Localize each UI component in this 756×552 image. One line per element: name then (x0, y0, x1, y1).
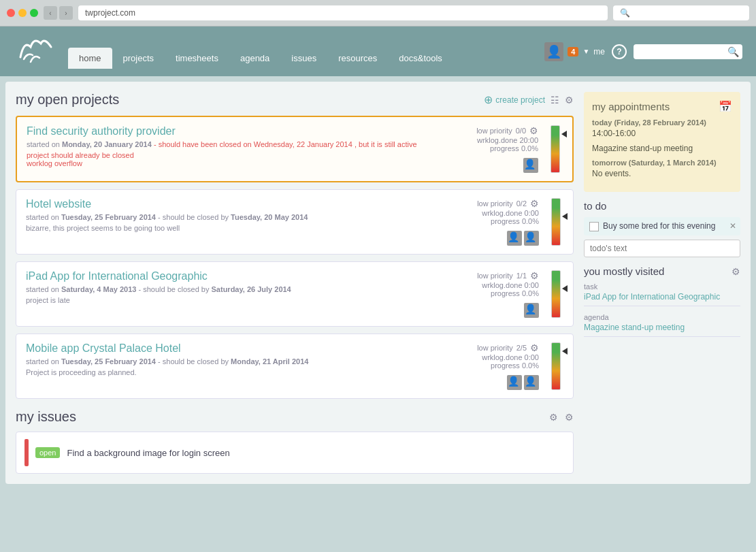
user-area[interactable]: 4 ▼ me (544, 42, 605, 61)
appointments-title-row: my appointments 📅 (592, 100, 732, 113)
card-avatars-3 (524, 303, 539, 318)
help-button[interactable]: ? (612, 44, 627, 59)
layout-icon[interactable]: ☷ (550, 95, 559, 105)
project-card-2: Hotel website started on Tuesday, 25 Feb… (16, 189, 574, 255)
gauge-indicator-3 (562, 285, 568, 292)
todo-input[interactable] (584, 240, 740, 257)
meta-should-1: - should have been closed on (154, 140, 254, 148)
appointments-today-event[interactable]: Magazine stand-up meeting (592, 144, 732, 153)
issues-filter-icon[interactable]: ⚙ (549, 412, 558, 423)
issues-settings-icon[interactable]: ⚙ (565, 412, 574, 423)
tasks-1: 0/0 (516, 127, 526, 135)
todo-box: to do Buy some bred for this evening ✕ (584, 200, 740, 257)
meta-start-date-1: Monday, 20 January 2014 (62, 140, 152, 148)
gauge-indicator-4 (562, 348, 568, 355)
todo-close-1[interactable]: ✕ (729, 221, 736, 231)
project-status-4: Project is proceeding as planned. (26, 368, 464, 376)
calendar-icon: 📅 (719, 100, 732, 113)
nav-agenda[interactable]: agenda (229, 48, 280, 69)
todo-checkbox-1[interactable] (589, 222, 599, 231)
todo-title: to do (584, 200, 740, 212)
tasks-4: 2/5 (516, 344, 527, 352)
tasks-3: 1/1 (516, 272, 527, 280)
avatar-icon-2a (507, 231, 522, 246)
issue-name-1[interactable]: Find a background image for login screen (67, 448, 229, 458)
project-stats-1: low priority 0/0 ⚙ wrklog.done 20:00 pro… (470, 125, 538, 173)
gauge-indicator-1 (561, 131, 567, 137)
nav-projects[interactable]: projects (112, 48, 165, 69)
back-button[interactable]: ‹ (44, 6, 57, 20)
left-panel: my open projects ⊕ create project ☷ ⚙ Fi… (16, 92, 574, 474)
project-name-1[interactable]: Find security authority provider (27, 125, 463, 137)
issue-status-badge: open (35, 447, 60, 458)
meta-should-2: - should be closed by (158, 213, 231, 221)
meta-start-date-4: Tuesday, 25 February 2014 (61, 357, 156, 366)
visited-link-2[interactable]: Magazine stand-up meeting (584, 323, 740, 337)
project-card-1: Find security authority provider started… (16, 116, 574, 182)
gauge-2 (551, 198, 563, 246)
dropdown-arrow-icon: ▼ (582, 48, 589, 55)
plus-icon: ⊕ (484, 93, 493, 106)
nav-timesheets[interactable]: timesheets (165, 48, 229, 69)
meta-should-4: - should be closed by (158, 357, 231, 366)
avatar-icon-3 (524, 303, 539, 318)
search-input[interactable] (639, 47, 727, 56)
priority-label-1: low priority (476, 127, 512, 135)
meta-start-date-3: Saturday, 4 May 2013 (61, 285, 136, 293)
visited-link-1[interactable]: iPad App for International Geographic (584, 292, 740, 306)
user-avatar (544, 42, 563, 61)
issues-title: my issues (16, 409, 76, 425)
visited-title-row: you mostly visited ⚙ (584, 265, 740, 277)
priority-label-3: low priority (477, 272, 513, 280)
project-status-2: bizarre, this project seems to be going … (26, 224, 464, 232)
nav-resources[interactable]: resources (327, 48, 388, 69)
create-project-label: create project (495, 95, 545, 105)
wrklog-4: wrklog.done 0:00 (482, 353, 539, 361)
project-card-body-1: Find security authority provider started… (27, 125, 463, 167)
avatar-icon-4b (524, 375, 539, 390)
meta-close-date-4: Monday, 21 April 2014 (231, 357, 308, 366)
appointments-today-label: today (Friday, 28 February 2014) (592, 118, 732, 127)
right-panel: my appointments 📅 today (Friday, 28 Febr… (584, 92, 740, 474)
nav-issues[interactable]: issues (280, 48, 327, 69)
meta-start-4: started on (26, 357, 59, 366)
tasks-icon-2: ⚙ (530, 198, 539, 209)
project-card-3: iPad App for International Geographic st… (16, 261, 574, 327)
browser-chrome: ‹ › twproject.com 🔍 (0, 0, 756, 27)
project-stats-3: low priority 1/1 ⚙ wrklog.done 0:00 prog… (471, 270, 539, 318)
appointments-title: my appointments (592, 101, 670, 112)
avatar-icon-1 (523, 158, 538, 173)
card-avatars-4 (507, 375, 539, 390)
meta-close-date-2: Tuesday, 20 May 2014 (231, 213, 308, 221)
address-bar[interactable]: twproject.com (78, 5, 608, 20)
appointments-tomorrow-events: No events. (592, 169, 732, 178)
priority-label-2: low priority (477, 199, 513, 208)
issues-header: my issues ⚙ ⚙ (16, 409, 574, 425)
minimize-button[interactable] (18, 9, 27, 17)
project-name-4[interactable]: Mobile app Crystal Palace Hotel (26, 342, 464, 355)
close-button[interactable] (7, 9, 15, 17)
settings-icon[interactable]: ⚙ (565, 95, 574, 105)
header-search-wrapper: 🔍 (634, 44, 742, 59)
project-card-body-3: iPad App for International Geographic st… (26, 270, 464, 304)
project-meta-2: started on Tuesday, 25 February 2014 - s… (26, 213, 464, 221)
nav-home[interactable]: home (68, 48, 112, 69)
create-project-button[interactable]: ⊕ create project (484, 93, 545, 106)
user-label: me (593, 47, 605, 56)
browser-search[interactable]: 🔍 (613, 5, 749, 20)
header-right: 4 ▼ me ? 🔍 (544, 42, 742, 61)
header-search[interactable]: 🔍 (634, 44, 742, 59)
forward-button[interactable]: › (59, 6, 73, 20)
visited-settings-icon[interactable]: ⚙ (732, 266, 740, 277)
project-meta-1: started on Monday, 20 January 2014 - sho… (27, 140, 463, 148)
main-nav: home projects timesheets agenda issues r… (68, 48, 544, 69)
gauge-bar-2 (551, 198, 561, 246)
nav-docstools[interactable]: docs&tools (388, 48, 453, 69)
project-status-3: project is late (26, 296, 464, 304)
project-name-2[interactable]: Hotel website (26, 198, 464, 210)
project-stats-2: low priority 0/2 ⚙ wrklog.done 0:00 prog… (471, 198, 539, 246)
project-stats-4: low priority 2/5 ⚙ wrklog.done 0:00 prog… (471, 342, 539, 390)
project-meta-4: started on Tuesday, 25 February 2014 - s… (26, 357, 464, 366)
maximize-button[interactable] (30, 9, 38, 17)
project-name-3[interactable]: iPad App for International Geographic (26, 270, 464, 282)
